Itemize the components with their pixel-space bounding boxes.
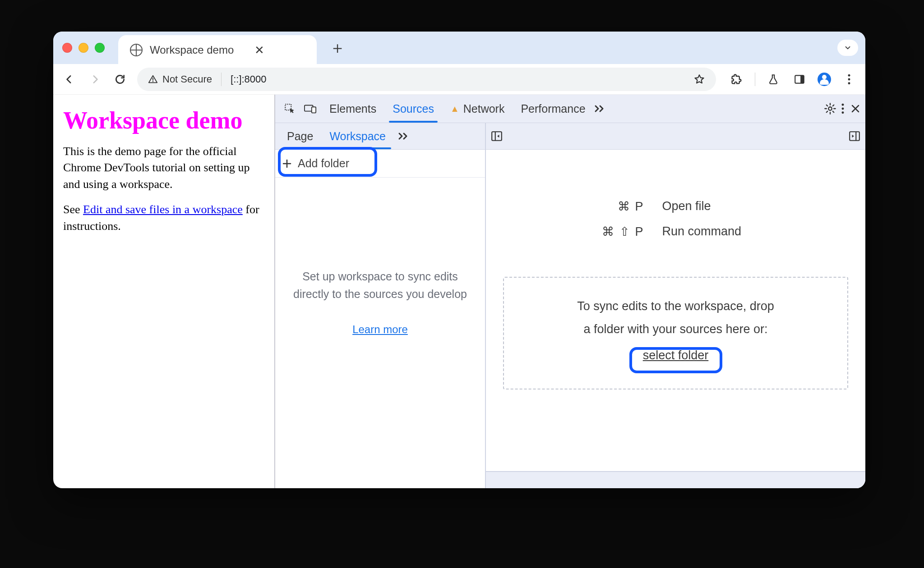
- devtools-menu-icon[interactable]: [836, 102, 849, 115]
- workspace-dropzone[interactable]: To sync edits to the workspace, drop a f…: [503, 277, 848, 389]
- shortcut-open-file-key: ⌘ P: [577, 199, 644, 214]
- tab-network-label: Network: [463, 102, 505, 115]
- back-button[interactable]: [61, 71, 78, 87]
- more-subtabs-icon[interactable]: [397, 130, 410, 142]
- svg-point-5: [848, 78, 850, 80]
- profile-avatar[interactable]: [818, 73, 831, 86]
- globe-icon: [130, 44, 143, 56]
- subtab-workspace[interactable]: Workspace: [321, 123, 394, 149]
- warning-triangle-icon: [148, 74, 158, 84]
- svg-rect-19: [850, 132, 859, 141]
- close-window-button[interactable]: [62, 43, 72, 53]
- new-tab-button[interactable]: ＋: [329, 37, 346, 59]
- page-paragraph-2: See Edit and save files in a workspace f…: [63, 202, 264, 234]
- shortcut-run-cmd-label: Run command: [662, 224, 775, 239]
- devtools-body: Add folder Set up workspace to sync edit…: [275, 150, 865, 488]
- dropzone-text-line1: To sync edits to the workspace, drop: [526, 295, 826, 318]
- tab-strip: Workspace demo ✕ ＋: [53, 32, 865, 64]
- inspect-element-icon[interactable]: [283, 102, 296, 115]
- chrome-menu-button[interactable]: [841, 71, 857, 87]
- forward-button[interactable]: [87, 71, 103, 87]
- settings-gear-icon[interactable]: [824, 102, 836, 115]
- subtab-page[interactable]: Page: [279, 123, 321, 149]
- svg-point-1: [152, 81, 153, 82]
- close-devtools-icon[interactable]: [849, 102, 862, 115]
- add-folder-button[interactable]: Add folder: [275, 150, 485, 178]
- close-tab-icon[interactable]: ✕: [254, 43, 264, 57]
- svg-point-4: [848, 74, 850, 76]
- sidebar-menu-icon[interactable]: [472, 130, 485, 142]
- reload-button[interactable]: [112, 71, 128, 87]
- labs-icon[interactable]: [765, 71, 781, 87]
- page-paragraph-1: This is the demo page for the official C…: [63, 143, 264, 192]
- maximize-window-button[interactable]: [95, 43, 105, 53]
- shortcuts-hint: ⌘ P Open file ⌘ ⇧ P Run command: [486, 150, 865, 263]
- extensions-icon[interactable]: [729, 71, 745, 87]
- sources-main-pane: ⌘ P Open file ⌘ ⇧ P Run command To sync …: [486, 150, 865, 488]
- window-controls: [62, 43, 105, 53]
- warning-triangle-icon: ▲: [450, 104, 459, 114]
- toolbar-separator: [755, 73, 755, 86]
- minimize-window-button[interactable]: [79, 43, 88, 53]
- tabs-dropdown-button[interactable]: [837, 40, 858, 56]
- sidebar-empty-text: Set up workspace to sync edits directly …: [289, 268, 471, 303]
- svg-point-12: [842, 108, 844, 110]
- tab-network[interactable]: ▲ Network: [442, 95, 513, 123]
- svg-point-10: [828, 107, 832, 110]
- devtools-tabbar: Elements Sources ▲ Network Performance: [275, 95, 865, 123]
- svg-point-11: [842, 104, 844, 106]
- chevron-down-icon: [844, 44, 852, 52]
- sidebar-empty-message: Set up workspace to sync edits directly …: [275, 268, 485, 338]
- devtools-panel: Elements Sources ▲ Network Performance: [274, 95, 865, 488]
- devtools-footer: [486, 471, 865, 488]
- plus-icon: [282, 158, 292, 169]
- browser-window: Workspace demo ✕ ＋ Not Secu: [53, 32, 865, 488]
- devtools-subtabbar: Page Workspace: [275, 123, 865, 150]
- svg-point-6: [848, 82, 850, 84]
- dropzone-text-line2: a folder with your sources here or:: [526, 318, 826, 341]
- browser-tab[interactable]: Workspace demo ✕: [118, 35, 317, 65]
- url-text: [::]:8000: [231, 73, 267, 85]
- workspace-sidebar: Add folder Set up workspace to sync edit…: [275, 150, 486, 488]
- learn-more-link[interactable]: Learn more: [352, 321, 408, 338]
- address-bar[interactable]: Not Secure [::]:8000: [137, 68, 716, 91]
- security-badge-label: Not Secure: [162, 73, 212, 85]
- bookmark-star-icon[interactable]: [693, 73, 705, 85]
- select-folder-link[interactable]: select folder: [643, 344, 709, 367]
- svg-rect-17: [492, 132, 502, 141]
- rendered-page: Workspace demo This is the demo page for…: [53, 95, 274, 488]
- page-heading: Workspace demo: [63, 106, 264, 134]
- tab-performance[interactable]: Performance: [513, 95, 593, 123]
- content-area: Workspace demo This is the demo page for…: [53, 95, 865, 488]
- more-tabs-icon[interactable]: [594, 102, 606, 115]
- side-panel-icon[interactable]: [791, 71, 808, 87]
- address-separator: [221, 73, 222, 86]
- add-folder-label: Add folder: [298, 157, 349, 170]
- tab-sources[interactable]: Sources: [384, 95, 442, 123]
- browser-toolbar: Not Secure [::]:8000: [53, 64, 865, 95]
- shortcut-run-cmd-key: ⌘ ⇧ P: [577, 224, 644, 239]
- tab-elements[interactable]: Elements: [321, 95, 384, 123]
- svg-rect-9: [312, 107, 316, 113]
- svg-point-13: [842, 111, 844, 114]
- svg-rect-3: [800, 75, 804, 83]
- device-toolbar-icon[interactable]: [304, 102, 317, 115]
- tab-title: Workspace demo: [150, 44, 234, 56]
- shortcut-open-file-label: Open file: [662, 199, 775, 214]
- toggle-navigator-icon[interactable]: [490, 130, 503, 142]
- toggle-debugger-icon[interactable]: [848, 130, 861, 142]
- security-badge[interactable]: Not Secure: [148, 73, 212, 85]
- page-link-workspace-tutorial[interactable]: Edit and save files in a workspace: [83, 203, 243, 216]
- page-paragraph-2a: See: [63, 203, 83, 216]
